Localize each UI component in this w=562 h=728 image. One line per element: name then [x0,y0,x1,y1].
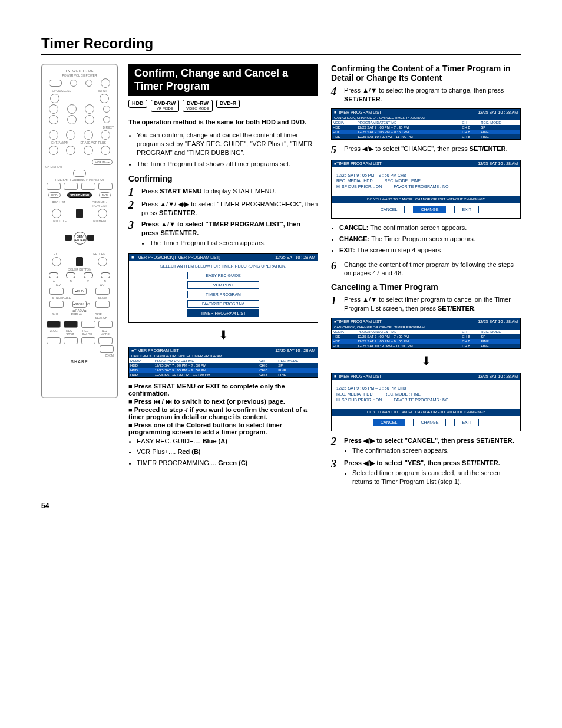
note-1: Press STRAT MENU or EXIT to complete onl… [128,383,318,397]
tag-dvdrw-video: DVD-RWVIDEO MODE [183,100,212,111]
osd-cancel-detail-screenshot: ■TIMER PROGRAM LIST12/25 SAT 10 : 28 AM … [331,373,521,431]
down-arrow-icon [76,257,83,266]
dpad-icon: SET/ ENTER [65,223,94,252]
down-arrow-icon: ⬇ [128,328,318,342]
skip-prev-icon [47,321,61,328]
remote-column: —— TV CONTROL —— POWER VOL CH POWER OPEN… [41,64,118,398]
up-arrow-icon [76,209,83,218]
color-b-icon [66,272,75,278]
cancel-step-1: 1 Press ▲/▼ to select timer program to c… [331,295,521,313]
format-tags: HDD DVD-RWVR MODE DVD-RWVIDEO MODE DVD-R [128,100,318,111]
step-5: 5 Press ◀/▶ to select "CHANGE", then pre… [331,144,521,155]
colored-buttons-list: EASY REC. GUIDE.... Blue (A) VCR Plus+..… [128,437,318,468]
step-4: 4 Press ▲/▼ to select the program to cha… [331,86,521,104]
remote-tv-control-label: —— TV CONTROL —— [45,69,114,73]
lead-paragraph: The operation method is the same for bot… [128,118,318,126]
osd-menu-screenshot: ■TIMER PROG/CHCK[TIMER PROGRAM LIST]12/2… [128,253,318,323]
page-title: Timer Recording [41,35,521,52]
osd-detail-screenshot: ■TIMER PROGRAM LIST12/25 SAT 10 : 28 AM … [331,160,521,219]
title-rule [41,54,521,55]
step-1: 1 Press START MENU to display START MENU… [128,187,318,197]
tv-power-btn-icon [101,78,110,88]
cancel-step-3: 3 Press ◀/▶ to select "YES", then press … [331,459,521,487]
color-c-icon [84,272,93,278]
step-2: 2 Press ▲/▼/ ◀/▶ to select "TIMER PROGRA… [128,200,318,218]
middle-column: Confirm, Change and Cancel a Timer Progr… [128,64,318,490]
osd-list-cancel-screenshot: ■TIMER PROGRAM LIST12/25 SAT 10 : 28 AM … [331,318,521,349]
note-4: Press one of the Colored buttons to sele… [128,421,318,436]
power-btn-icon [49,80,62,87]
vcr-plus-pill: VCR Plus+ [92,159,113,165]
cancel-heading: Canceling a Timer Program [331,282,521,292]
step-6: 6 Change the content of timer program by… [331,261,521,278]
skip-next-icon [64,321,78,328]
remote-top-labels: POWER VOL CH POWER [45,74,114,77]
start-menu-pill: START MENU [67,192,92,198]
right-column: Confirming the Content of a Timer Progra… [331,64,521,490]
remote-control-diagram: —— TV CONTROL —— POWER VOL CH POWER OPEN… [41,64,118,398]
tag-dvdrw-vr: DVD-RWVR MODE [151,100,180,111]
intro-bullets: You can confirm, change and cancel the c… [128,131,318,168]
osd-list-screenshot: ■TIMER PROGRAM LIST12/25 SAT 10 : 28 AM … [128,347,318,378]
color-d-icon [101,272,110,278]
cancel-step-2: 2 Press ◀/▶ to select "CANCEL", then pre… [331,436,521,456]
vol-btn-icon [70,80,77,87]
osd-list-screenshot-r: ■TIMER PROGRAM LIST12/25 SAT 10 : 28 AM … [331,108,521,140]
right-heading: Confirming the Content of a Timer Progra… [331,64,521,83]
note-3: Proceed to step 4 if you want to confirm… [128,406,318,420]
brand-label: SHARP [45,360,114,364]
ch-btn-icon [85,80,92,87]
open-close-icon [50,94,59,103]
color-a-icon [49,272,58,278]
confirming-heading: Confirming [128,174,318,183]
page-number: 54 [41,502,521,510]
tag-hdd: HDD [128,100,147,108]
after-step5-bullets: CANCEL: The confirmation screen appears.… [331,223,521,255]
input-icon [100,94,109,103]
tag-dvdr: DVD-R [216,100,240,108]
section-heading: Confirm, Change and Cancel a Timer Progr… [128,64,318,96]
step-3: 3 Press ▲/▼ to select "TIMER PROGRAM LIS… [128,220,318,249]
note-2: Press ⏮ / ⏭ to switch to next (or previo… [128,398,318,405]
down-arrow-icon: ⬇ [331,354,521,368]
